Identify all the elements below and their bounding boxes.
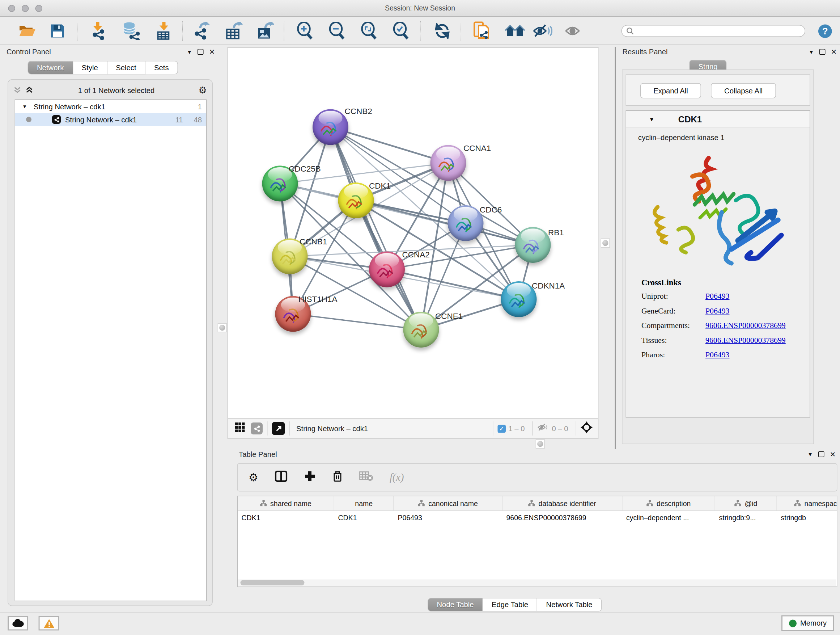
export-image-button[interactable] [255, 17, 276, 45]
column-header-description[interactable]: description [622, 496, 715, 510]
panel-close-icon[interactable]: ✕ [830, 450, 836, 459]
network-edge-CDK1-RB1[interactable] [356, 201, 533, 245]
crosslink-link[interactable]: 9606.ENSP00000378699 [706, 336, 786, 345]
network-collection-row[interactable]: ▼ String Network – cdk1 1 [15, 100, 206, 113]
memory-button[interactable]: Memory [782, 616, 834, 631]
expand-all-button[interactable]: Expand All [640, 83, 701, 98]
grid-view-icon[interactable] [234, 422, 245, 435]
table-tab-edge-table[interactable]: Edge Table [483, 598, 537, 612]
column-header-database-identifier[interactable]: database identifier [502, 496, 622, 510]
crosslink-label: Uniprot: [641, 292, 706, 301]
network-node-CDK1[interactable] [338, 182, 374, 218]
collapse-all-tree-icon[interactable] [14, 87, 22, 94]
network-edge-CCNA2-CDKN1A[interactable] [387, 269, 519, 299]
left-splitter-handle[interactable] [218, 323, 227, 333]
open-session-button[interactable] [16, 17, 39, 45]
network-node-CCNB2[interactable] [313, 109, 348, 145]
table-cell[interactable]: CDK1 [334, 511, 394, 525]
network-edge-CCNB2-CCNA1[interactable] [331, 127, 448, 163]
panel-collapse-icon[interactable]: ▼ [187, 49, 192, 55]
hide-selected-button[interactable] [532, 17, 554, 45]
collapse-all-button[interactable]: Collapse All [711, 83, 776, 98]
table-cell[interactable]: stringdb [777, 511, 837, 525]
network-row[interactable]: String Network – cdk1 11 48 [15, 113, 206, 126]
horizontal-splitter-handle[interactable] [536, 440, 545, 449]
zoom-out-button[interactable] [327, 17, 347, 45]
export-table-button[interactable] [224, 17, 244, 45]
column-header-name[interactable]: name [334, 496, 394, 510]
network-node-CCNA2[interactable] [369, 252, 405, 287]
search-input[interactable] [634, 27, 805, 35]
zoom-fit-button[interactable] [359, 17, 379, 45]
import-network-file-button[interactable] [90, 17, 109, 45]
node-section-header[interactable]: ▼ CDK1 [626, 111, 810, 128]
control-tab-select[interactable]: Select [107, 61, 145, 74]
save-session-button[interactable] [48, 17, 67, 45]
table-tab-network-table[interactable]: Network Table [538, 598, 602, 612]
table-tab-node-table[interactable]: Node Table [428, 598, 483, 612]
zoom-selected-button[interactable] [392, 17, 411, 45]
export-network-button[interactable] [191, 17, 212, 45]
network-node-RB1[interactable] [515, 227, 551, 263]
crosslink-link[interactable]: P06493 [706, 306, 729, 316]
column-header-@id[interactable]: @id [715, 496, 777, 510]
table-cell[interactable]: CDK1 [238, 511, 334, 525]
share-network-icon[interactable] [251, 423, 263, 434]
table-cell[interactable]: stringdb:9... [715, 511, 777, 525]
panel-collapse-icon[interactable]: ▼ [808, 49, 814, 55]
control-tab-sets[interactable]: Sets [145, 61, 178, 74]
panel-collapse-icon[interactable]: ▼ [807, 451, 813, 458]
network-edge-HIST1H1A-CCNE1[interactable] [293, 314, 421, 330]
table-horizontal-scrollbar[interactable] [238, 580, 836, 586]
network-edge-CCNB2-CCNE1[interactable] [331, 127, 422, 330]
panel-close-icon[interactable]: ✕ [209, 48, 215, 56]
network-view-toolbar: String Network – cdk1 ✓ 1 – 0 0 – 0 [227, 418, 599, 439]
create-column-icon[interactable] [304, 470, 316, 485]
expand-all-tree-icon[interactable] [26, 87, 34, 94]
open-in-external-icon[interactable] [272, 422, 285, 435]
crosslink-link[interactable]: P06493 [706, 292, 729, 301]
right-splitter-handle[interactable] [601, 239, 610, 248]
table-row[interactable]: CDK1CDK1P064939606.ENSP00000378699cyclin… [238, 511, 837, 525]
table-cell[interactable]: P06493 [394, 511, 502, 525]
cloud-status-button[interactable] [8, 616, 28, 631]
panel-float-icon[interactable] [818, 451, 824, 458]
network-options-gear-icon[interactable]: ⚙ [199, 84, 207, 96]
column-header-namespace[interactable]: namespace [777, 496, 837, 510]
column-header-canonical-name[interactable]: canonical name [394, 496, 502, 510]
delete-column-icon[interactable] [332, 470, 343, 485]
column-header-shared-name[interactable]: shared name [238, 496, 334, 510]
help-button[interactable]: ? [818, 25, 832, 38]
network-node-CCNE1[interactable] [403, 312, 439, 348]
warnings-button[interactable] [39, 616, 59, 631]
network-node-CDC6[interactable] [448, 205, 484, 241]
application-window: Session: New Session [0, 0, 840, 635]
crosslink-link[interactable]: 9606.ENSP00000378699 [706, 321, 786, 331]
control-tab-network[interactable]: Network [28, 61, 73, 74]
show-columns-icon[interactable] [275, 470, 287, 485]
table-cell[interactable]: 9606.ENSP00000378699 [502, 511, 622, 525]
control-tab-style[interactable]: Style [73, 61, 107, 74]
network-node-CCNA1[interactable] [431, 145, 466, 181]
import-table-file-button[interactable] [154, 17, 174, 45]
zoom-in-button[interactable] [295, 17, 315, 45]
crosslink-link[interactable]: P06493 [706, 350, 729, 360]
tree-expand-icon[interactable]: ▼ [22, 104, 27, 109]
table-options-gear-icon[interactable]: ⚙ [248, 471, 258, 484]
table-cell[interactable]: cyclin–dependent ... [622, 511, 715, 525]
selected-nodes-checkbox[interactable]: ✓ [497, 424, 506, 432]
import-network-database-button[interactable] [120, 17, 142, 45]
first-neighbors-button[interactable] [503, 17, 527, 45]
show-all-button[interactable] [564, 17, 584, 45]
birds-eye-view-icon[interactable] [581, 421, 592, 435]
network-view-canvas[interactable]: CCNB2 CCNA1 CDC25B CDK1 CDC6 [227, 48, 599, 418]
network-node-CDKN1A[interactable] [501, 281, 537, 317]
section-collapse-icon[interactable]: ▼ [649, 116, 654, 122]
panel-float-icon[interactable] [819, 49, 826, 55]
node-table[interactable]: shared namenamecanonical namedatabase id… [237, 496, 837, 587]
refresh-button[interactable] [433, 17, 452, 45]
panel-float-icon[interactable] [197, 49, 204, 55]
new-network-from-selection-button[interactable] [471, 17, 493, 45]
panel-close-icon[interactable]: ✕ [831, 48, 837, 56]
scrollbar-thumb[interactable] [240, 580, 305, 585]
